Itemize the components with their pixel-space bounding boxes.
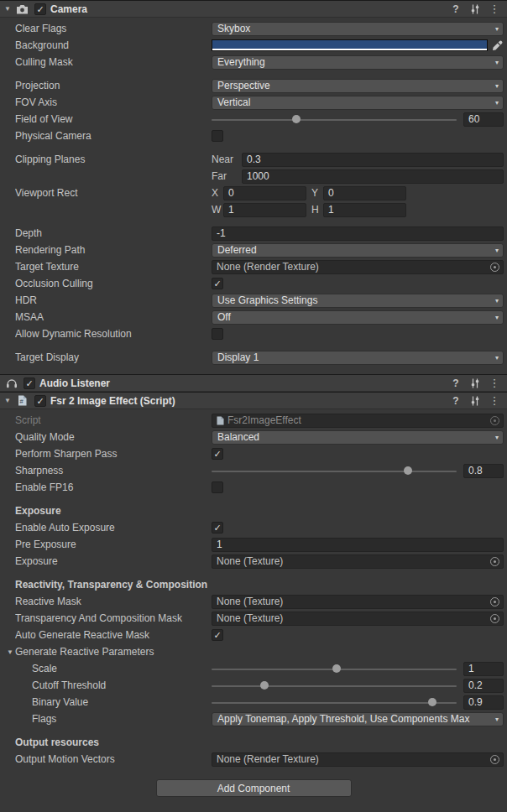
cutoff-threshold-value-field[interactable]: 0.2 (463, 679, 504, 693)
flags-dropdown[interactable]: Apply Tonemap, Apply Threshold, Use Comp… (212, 712, 504, 726)
output-section-header: Output resources (15, 737, 212, 748)
rendering-path-dropdown[interactable]: Deferred ▾ (212, 243, 504, 258)
target-texture-label: Target Texture (15, 261, 212, 273)
foldout-arrow-icon[interactable]: ▼ (7, 648, 15, 656)
sharpness-slider[interactable] (212, 464, 457, 478)
help-icon[interactable]: ? (449, 395, 463, 407)
target-texture-object-field[interactable]: None (Render Texture) (212, 260, 504, 274)
help-icon[interactable]: ? (449, 3, 463, 15)
eyedropper-icon[interactable] (490, 39, 504, 51)
target-display-dropdown[interactable]: Display 1 ▾ (212, 351, 504, 365)
far-label: Far (212, 170, 242, 182)
dropdown-value: Off (217, 311, 231, 323)
auto-generate-reactive-mask-checkbox[interactable]: ✓ (212, 629, 223, 641)
sharpness-value-field[interactable]: 0.8 (463, 464, 504, 478)
spacer (0, 570, 507, 576)
script-object-field[interactable]: Fsr2ImageEffect (212, 414, 504, 428)
object-picker-icon[interactable] (490, 557, 499, 566)
headphones-icon (4, 377, 18, 389)
help-icon[interactable]: ? (449, 377, 463, 389)
kebab-menu-icon[interactable]: ⋮ (488, 3, 501, 15)
background-color-field (212, 39, 504, 51)
field-value: 60 (468, 113, 479, 125)
viewport-w-field[interactable]: 1 (223, 203, 306, 217)
cutoff-threshold-slider[interactable] (212, 679, 457, 693)
slider-handle[interactable] (332, 664, 341, 673)
foldout-arrow-icon[interactable]: ▼ (4, 5, 15, 13)
object-picker-icon[interactable] (490, 614, 499, 623)
viewport-rect-xy-row: Viewport Rect X 0 Y 0 (0, 185, 507, 201)
exposure-section-row: Exposure (0, 502, 507, 519)
msaa-row: MSAA Off ▾ (0, 309, 507, 325)
fsr2-enabled-checkbox[interactable]: ✓ (34, 395, 46, 407)
far-field[interactable]: 1000 (242, 169, 504, 184)
scale-value-field[interactable]: 1 (463, 662, 504, 676)
spacer (0, 496, 507, 502)
quality-mode-dropdown[interactable]: Balanced ▾ (212, 430, 504, 445)
field-of-view-value-field[interactable]: 60 (463, 112, 504, 127)
camera-component-header[interactable]: ▼ ✓ Camera ? ⋮ (0, 0, 507, 18)
presets-icon[interactable] (468, 378, 482, 388)
pre-exposure-field[interactable]: 1 (212, 538, 504, 552)
physical-camera-checkbox[interactable] (212, 130, 223, 142)
clear-flags-dropdown[interactable]: Skybox ▾ (212, 22, 504, 36)
msaa-dropdown[interactable]: Off ▾ (212, 310, 504, 325)
slider-handle[interactable] (292, 115, 301, 123)
object-picker-icon[interactable] (490, 597, 499, 606)
hdr-dropdown[interactable]: Use Graphics Settings ▾ (212, 294, 504, 308)
transparency-mask-object-field[interactable]: None (Texture) (212, 612, 504, 626)
field-value: 1 (328, 204, 334, 216)
exposure-object-field[interactable]: None (Texture) (212, 554, 504, 569)
scale-slider[interactable] (212, 662, 457, 676)
viewport-y-field[interactable]: 0 (323, 186, 406, 200)
culling-mask-dropdown[interactable]: Everything ▾ (212, 55, 504, 70)
depth-label: Depth (15, 227, 212, 239)
object-picker-icon[interactable] (490, 755, 499, 764)
enable-fp16-checkbox[interactable] (212, 481, 223, 493)
auto-generate-reactive-mask-label: Auto Generate Reactive Mask (15, 629, 212, 641)
slider-handle[interactable] (404, 466, 412, 475)
field-value: 0.2 (468, 679, 483, 691)
enable-auto-exposure-checkbox[interactable]: ✓ (212, 522, 223, 534)
viewport-h-field[interactable]: 1 (323, 203, 406, 217)
kebab-menu-icon[interactable]: ⋮ (488, 377, 501, 389)
slider-track (212, 685, 457, 687)
object-picker-icon[interactable] (490, 263, 499, 272)
audio-listener-component-title: Audio Listener (39, 377, 110, 389)
binary-value-row: Binary Value 0.9 (0, 694, 507, 710)
object-field-value: None (Texture) (217, 612, 283, 624)
occlusion-culling-checkbox[interactable]: ✓ (212, 278, 223, 289)
near-field[interactable]: 0.3 (242, 153, 504, 167)
occlusion-culling-label: Occlusion Culling (15, 278, 212, 289)
depth-field[interactable]: -1 (212, 226, 504, 241)
allow-dynamic-resolution-row: Allow Dynamic Resolution (0, 325, 507, 342)
output-motion-vectors-object-field[interactable]: None (Render Texture) (212, 752, 504, 767)
fov-axis-dropdown[interactable]: Vertical ▾ (212, 96, 504, 110)
perform-sharpen-pass-checkbox[interactable]: ✓ (212, 448, 223, 460)
audio-listener-component-header[interactable]: ✓ Audio Listener ? ⋮ (0, 374, 507, 392)
fsr2-component-header[interactable]: ▼ # ✓ Fsr 2 Image Effect (Script) ? ⋮ (0, 392, 507, 409)
object-picker-icon[interactable] (490, 416, 499, 425)
allow-dynamic-resolution-label: Allow Dynamic Resolution (15, 328, 212, 340)
slider-handle[interactable] (428, 698, 436, 706)
clipping-planes-label: Clipping Planes (15, 154, 212, 165)
projection-dropdown[interactable]: Perspective ▾ (212, 79, 504, 93)
chevron-down-icon: ▾ (492, 247, 499, 254)
viewport-x-field[interactable]: 0 (223, 186, 306, 200)
viewport-rect-label: Viewport Rect (15, 187, 212, 199)
kebab-menu-icon[interactable]: ⋮ (488, 394, 501, 407)
add-component-button[interactable]: Add Component (156, 779, 352, 797)
allow-dynamic-resolution-checkbox[interactable] (212, 328, 223, 340)
binary-value-slider[interactable] (212, 695, 457, 710)
background-color-swatch[interactable] (212, 39, 488, 51)
presets-icon[interactable] (468, 396, 482, 406)
presets-icon[interactable] (468, 4, 482, 14)
camera-enabled-checkbox[interactable]: ✓ (34, 3, 46, 15)
field-of-view-slider[interactable] (212, 112, 457, 127)
slider-handle[interactable] (260, 681, 269, 690)
reactive-mask-object-field[interactable]: None (Texture) (212, 595, 504, 609)
flags-row: Flags Apply Tonemap, Apply Threshold, Us… (0, 710, 507, 727)
binary-value-value-field[interactable]: 0.9 (463, 695, 504, 710)
foldout-arrow-icon[interactable]: ▼ (4, 397, 15, 404)
audio-listener-enabled-checkbox[interactable]: ✓ (24, 377, 35, 389)
